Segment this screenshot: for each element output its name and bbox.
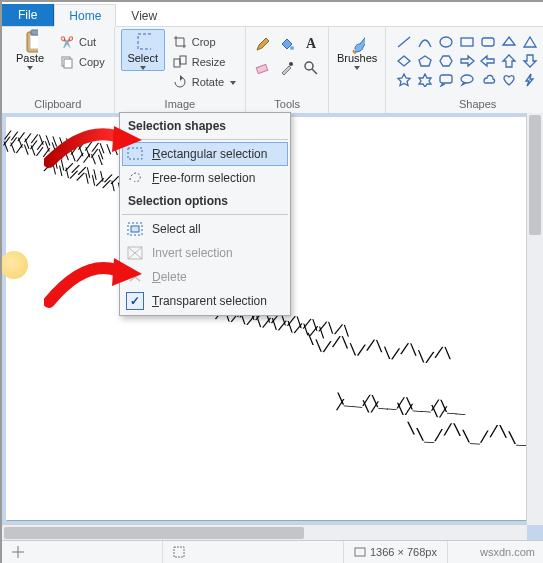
- svg-rect-6: [174, 59, 180, 67]
- shape-line[interactable]: [394, 33, 414, 51]
- svg-point-8: [290, 46, 294, 50]
- shape-arrow-u[interactable]: [499, 52, 519, 70]
- shape-heart[interactable]: [499, 71, 519, 89]
- shape-hexagon[interactable]: [436, 52, 456, 70]
- svg-line-13: [398, 37, 410, 47]
- select-all-icon: [126, 220, 144, 238]
- fill-tool[interactable]: [276, 33, 298, 55]
- text-tool[interactable]: A: [300, 33, 322, 55]
- select-dropdown: Selection shapes Rectangular selection F…: [119, 112, 291, 316]
- cut-button[interactable]: ✂️ Cut: [56, 33, 108, 51]
- resize-icon: [172, 54, 188, 70]
- svg-marker-21: [419, 56, 431, 66]
- svg-marker-23: [419, 74, 431, 87]
- menu-rectangular-selection[interactable]: Rectangular selection: [122, 142, 288, 166]
- shape-callout-rnd[interactable]: [436, 71, 456, 89]
- copy-button[interactable]: Copy: [56, 53, 108, 71]
- select-button[interactable]: Select: [121, 29, 165, 71]
- shape-arrow-l[interactable]: [478, 52, 498, 70]
- svg-point-11: [305, 62, 313, 70]
- shapes-gallery[interactable]: [392, 29, 543, 89]
- menu-transparent-selection[interactable]: ✓ Transparent selection: [122, 289, 288, 313]
- svg-marker-18: [524, 37, 536, 47]
- group-label-clipboard: Clipboard: [34, 96, 81, 113]
- group-label-image: Image: [165, 96, 196, 113]
- chevron-down-icon: [140, 66, 146, 70]
- menu-select-all[interactable]: Select all: [122, 217, 288, 241]
- svg-line-12: [312, 69, 317, 74]
- svg-rect-15: [461, 38, 473, 46]
- select-label: Select: [127, 52, 158, 64]
- menu-invert-selection: Invert selection: [122, 241, 288, 265]
- svg-point-10: [289, 62, 293, 66]
- svg-rect-2: [31, 30, 38, 35]
- rectangle-selection-icon: [126, 145, 144, 163]
- shape-polygon[interactable]: [499, 33, 519, 51]
- shape-triangle[interactable]: [520, 33, 540, 51]
- picker-tool[interactable]: [276, 57, 298, 79]
- svg-rect-5: [138, 34, 151, 49]
- svg-rect-9: [256, 64, 267, 73]
- brushes-button[interactable]: Brushes: [335, 29, 379, 71]
- rotate-icon: [172, 74, 188, 90]
- group-shapes: Shapes: [386, 27, 543, 113]
- svg-rect-1: [30, 35, 38, 49]
- svg-marker-22: [440, 56, 452, 66]
- status-selection-size: [163, 541, 344, 563]
- decorative-sun: [2, 251, 28, 279]
- shape-arrow-d[interactable]: [520, 52, 540, 70]
- shape-rect[interactable]: [457, 33, 477, 51]
- svg-rect-26: [128, 148, 142, 159]
- zoom-tool[interactable]: [300, 57, 322, 79]
- file-tab[interactable]: File: [2, 4, 54, 26]
- resize-button[interactable]: Resize: [169, 53, 239, 71]
- shape-arrow-r[interactable]: [457, 52, 477, 70]
- shape-roundrect[interactable]: [478, 33, 498, 51]
- shape-pentagon[interactable]: [415, 52, 435, 70]
- group-label-tools: Tools: [274, 96, 300, 113]
- group-clipboard: Paste ✂️ Cut Copy Clipboard: [2, 27, 115, 113]
- group-brushes: Brushes: [329, 27, 386, 113]
- delete-icon: [126, 268, 144, 286]
- svg-point-14: [440, 37, 452, 47]
- invert-selection-icon: [126, 244, 144, 262]
- shape-diamond[interactable]: [394, 52, 414, 70]
- watermark: wsxdn.com: [480, 546, 543, 558]
- dropdown-header-options: Selection options: [122, 190, 288, 212]
- menu-freeform-selection[interactable]: Free-form selection: [122, 166, 288, 190]
- crosshair-icon: [12, 546, 24, 558]
- group-tools: A Tools: [246, 27, 329, 113]
- view-tab[interactable]: View: [116, 4, 172, 26]
- scrollbar-thumb[interactable]: [529, 115, 541, 235]
- svg-rect-28: [131, 226, 139, 232]
- shape-callout-oval[interactable]: [457, 71, 477, 89]
- shape-oval[interactable]: [436, 33, 456, 51]
- freeform-selection-icon: [126, 169, 144, 187]
- pencil-tool[interactable]: [252, 33, 274, 55]
- svg-rect-36: [174, 547, 184, 557]
- status-bar: 1366 × 768px wsxdn.com: [2, 540, 543, 563]
- svg-marker-17: [503, 37, 515, 45]
- scrollbar-thumb[interactable]: [4, 527, 304, 539]
- svg-rect-4: [64, 59, 72, 68]
- select-icon: [135, 34, 151, 50]
- paste-button[interactable]: Paste: [8, 29, 52, 71]
- shape-star5[interactable]: [394, 71, 414, 89]
- eraser-tool[interactable]: [252, 57, 274, 79]
- shape-callout-cloud[interactable]: [478, 71, 498, 89]
- chevron-down-icon: [230, 81, 236, 85]
- copy-icon: [59, 54, 75, 70]
- home-tab[interactable]: Home: [54, 4, 116, 27]
- vertical-scrollbar[interactable]: [526, 113, 543, 525]
- dropdown-header-shapes: Selection shapes: [122, 115, 288, 137]
- horizontal-scrollbar[interactable]: [2, 524, 527, 541]
- shape-lightning[interactable]: [520, 71, 540, 89]
- paste-label: Paste: [16, 52, 44, 64]
- checked-icon: ✓: [126, 292, 144, 310]
- crop-button[interactable]: Crop: [169, 33, 239, 51]
- chevron-down-icon: [354, 66, 360, 70]
- rotate-button[interactable]: Rotate: [169, 73, 239, 91]
- shape-star6[interactable]: [415, 71, 435, 89]
- selection-size-icon: [173, 546, 185, 558]
- shape-curve[interactable]: [415, 33, 435, 51]
